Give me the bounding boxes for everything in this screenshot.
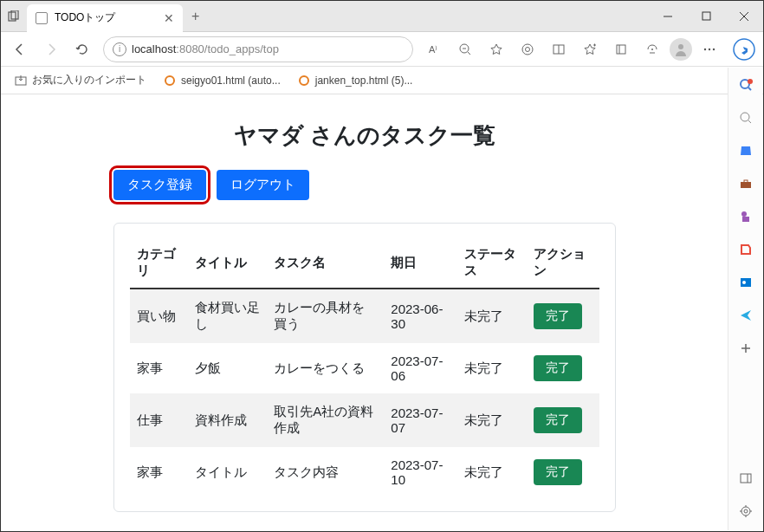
minimize-button[interactable]	[649, 1, 687, 32]
browser-toolbar: i localhost:8080/todo_apps/top A⁾	[1, 32, 763, 67]
cell-task: カレーをつくる	[267, 343, 384, 393]
svg-line-28	[748, 88, 751, 90]
svg-point-30	[741, 113, 749, 121]
svg-point-34	[741, 211, 747, 217]
cell-due: 2023-06-30	[384, 289, 457, 343]
svg-point-19	[678, 44, 683, 49]
tab-close-icon[interactable]: ✕	[164, 11, 174, 25]
col-status: ステータス	[457, 237, 526, 289]
favorites-bar-icon[interactable]	[576, 36, 604, 63]
office-icon[interactable]	[735, 239, 756, 260]
close-window-button[interactable]	[725, 1, 763, 32]
svg-point-10	[522, 44, 533, 55]
bookmark-item[interactable]: seigyo01.html (auto...	[157, 71, 288, 90]
complete-button[interactable]: 完了	[534, 459, 582, 485]
svg-point-25	[165, 76, 174, 85]
logout-button[interactable]: ログアウト	[217, 170, 309, 200]
address-bar[interactable]: i localhost:8080/todo_apps/top	[103, 36, 413, 62]
bookmarks-bar: お気に入りのインポート seigyo01.html (auto... janke…	[1, 67, 763, 94]
forward-button	[37, 36, 65, 63]
site-info-icon[interactable]: i	[113, 42, 126, 56]
split-screen-icon[interactable]	[545, 36, 573, 63]
complete-button[interactable]: 完了	[534, 303, 582, 329]
svg-point-42	[741, 507, 750, 516]
cell-task: タスク内容	[267, 447, 384, 497]
cell-status: 未完了	[457, 447, 526, 497]
col-due: 期日	[384, 237, 457, 289]
bookmark-import[interactable]: お気に入りのインポート	[8, 69, 153, 91]
cell-action: 完了	[527, 343, 599, 393]
favicon-icon	[36, 12, 48, 24]
shopping-icon[interactable]	[735, 140, 756, 161]
col-action: アクション	[527, 237, 599, 289]
extensions-icon[interactable]	[514, 36, 541, 63]
svg-point-26	[300, 76, 308, 85]
search-icon[interactable]	[735, 75, 756, 95]
read-aloud-icon[interactable]: A⁾	[420, 36, 448, 63]
profile-avatar[interactable]	[670, 38, 692, 61]
cell-title: 夕飯	[188, 343, 267, 393]
cell-due: 2023-07-07	[384, 393, 457, 447]
cell-status: 未完了	[457, 343, 526, 393]
more-icon[interactable]	[696, 36, 723, 63]
table-row: 買い物食材買い足しカレーの具材を買う2023-06-30未完了完了	[130, 289, 599, 343]
performance-icon[interactable]	[638, 36, 666, 63]
browser-tab[interactable]: TODOトップ ✕	[27, 4, 183, 32]
games-icon[interactable]	[735, 206, 756, 227]
complete-button[interactable]: 完了	[534, 355, 582, 381]
new-tab-button[interactable]: +	[183, 9, 208, 24]
tab-title: TODOトップ	[55, 10, 115, 25]
complete-button[interactable]: 完了	[534, 407, 582, 433]
svg-text:A⁾: A⁾	[429, 44, 437, 55]
collections-icon[interactable]	[607, 36, 635, 63]
svg-point-37	[742, 281, 746, 284]
cell-category: 家事	[130, 343, 188, 393]
page-content: ヤマダ さんのタスク一覧 タスク登録 ログアウト カテゴリ タイトル タスク名 …	[1, 94, 728, 532]
cell-category: 仕事	[130, 393, 188, 447]
cell-due: 2023-07-10	[384, 447, 457, 497]
register-task-button[interactable]: タスク登録	[113, 170, 206, 200]
svg-rect-40	[741, 474, 751, 483]
sidebar-toggle-icon[interactable]	[735, 468, 756, 489]
search2-icon[interactable]	[735, 107, 756, 128]
cell-status: 未完了	[457, 289, 526, 343]
col-category: カテゴリ	[130, 237, 188, 289]
svg-point-29	[748, 79, 753, 84]
cell-task: 取引先A社の資料作成	[267, 393, 384, 447]
add-icon[interactable]	[735, 338, 756, 359]
back-button[interactable]	[6, 36, 34, 63]
page-title: ヤマダ さんのタスク一覧	[113, 120, 616, 151]
col-title: タイトル	[188, 237, 267, 289]
cell-action: 完了	[527, 447, 599, 497]
url-text: localhost:8080/todo_apps/top	[132, 42, 279, 55]
html-icon	[298, 75, 310, 87]
zoom-icon[interactable]	[451, 36, 479, 63]
svg-line-8	[468, 52, 470, 55]
favorite-icon[interactable]	[482, 36, 510, 63]
cell-category: 家事	[130, 447, 188, 497]
svg-point-18	[651, 49, 653, 50]
svg-rect-35	[742, 217, 749, 222]
cell-action: 完了	[527, 393, 599, 447]
bing-icon[interactable]	[730, 36, 758, 63]
svg-point-43	[744, 509, 748, 513]
settings-icon[interactable]	[735, 501, 756, 522]
maximize-button[interactable]	[687, 1, 725, 32]
cell-category: 買い物	[130, 289, 188, 343]
tools-icon[interactable]	[735, 173, 756, 194]
bookmark-item[interactable]: janken_top.html (5)...	[291, 71, 420, 90]
tab-actions-icon[interactable]	[1, 3, 27, 29]
import-icon	[15, 75, 27, 87]
cell-due: 2023-07-06	[384, 343, 457, 393]
edge-sidebar	[728, 68, 762, 530]
svg-point-11	[526, 47, 530, 51]
table-row: 家事タイトルタスク内容2023-07-10未完了完了	[130, 447, 599, 497]
cell-title: タイトル	[188, 447, 267, 497]
cell-title: 資料作成	[188, 393, 267, 447]
svg-rect-33	[744, 180, 748, 183]
send-icon[interactable]	[735, 305, 756, 326]
outlook-icon[interactable]	[735, 272, 756, 293]
refresh-button[interactable]	[68, 36, 96, 63]
task-table: カテゴリ タイトル タスク名 期日 ステータス アクション 買い物食材買い足しカ…	[130, 237, 599, 497]
svg-point-21	[709, 48, 710, 49]
